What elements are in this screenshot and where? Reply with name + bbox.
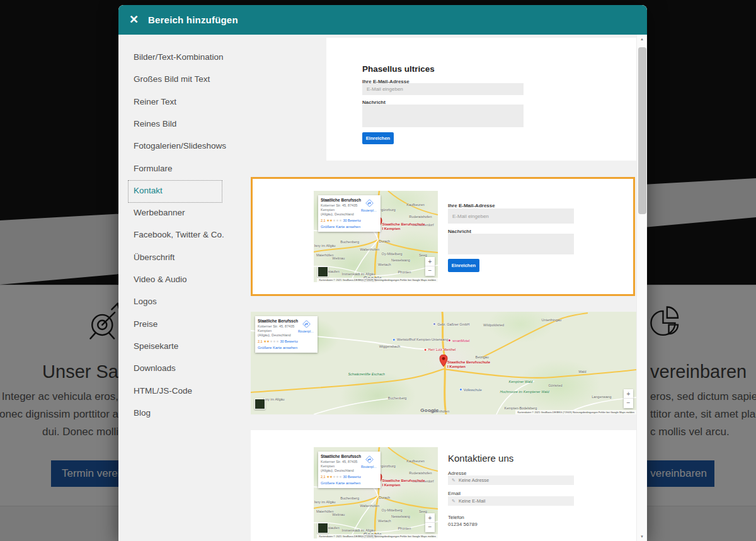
- satellite-toggle[interactable]: [318, 266, 328, 277]
- larger-map-link[interactable]: Größere Karte ansehen: [321, 481, 361, 485]
- zoom-out-button[interactable]: −: [425, 523, 435, 532]
- map-poi-pin: [424, 348, 427, 351]
- map-attribution[interactable]: Kartendaten © 2021 GeoBasis-DE/BKG (©200…: [515, 410, 636, 414]
- map-place-rating: 2,1 ★★★★★ 30 Bewertungen: [321, 475, 361, 479]
- map-town-label: Nesselwang: [391, 515, 410, 518]
- map-zoom-control: +−: [624, 389, 633, 408]
- email-input[interactable]: [448, 208, 574, 224]
- sidebar-item-downloads[interactable]: Downloads: [134, 363, 176, 376]
- map-town-label: Weitnau: [332, 256, 345, 260]
- sidebar-item-fotogalerien-slideshows[interactable]: Fotogalerien/Slideshows: [134, 141, 226, 154]
- email-input[interactable]: [362, 83, 524, 95]
- email-placeholder: Keine E-Mail: [459, 498, 486, 504]
- directions-button[interactable]: Routenplaner: [361, 198, 378, 229]
- scroll-up-arrow[interactable]: ▲: [637, 35, 647, 43]
- template-heading: Phasellus ultrices: [362, 64, 435, 74]
- zoom-in-button[interactable]: +: [425, 257, 435, 266]
- reviews-link[interactable]: 30 Bewertungen: [343, 475, 361, 479]
- email-label: Ihre E-Mail-Adresse: [448, 203, 495, 208]
- directions-button[interactable]: Routenplaner: [298, 319, 315, 350]
- map-town-label: Wiggensbach: [379, 345, 400, 348]
- map-poi-text: Volksschule: [464, 388, 482, 392]
- map-attribution[interactable]: Kartendaten © 2021 GeoBasis-DE/BKG (©200…: [317, 534, 438, 538]
- sidebar-item-reiner-text[interactable]: Reiner Text: [134, 97, 176, 110]
- reviews-link[interactable]: 30 Bewertungen: [280, 339, 298, 343]
- sidebar-item-speisekarte[interactable]: Speisekarte: [134, 341, 178, 354]
- directions-icon: [365, 455, 374, 464]
- satellite-toggle[interactable]: [255, 399, 265, 409]
- reviews-link[interactable]: 30 Bewertungen: [343, 219, 361, 222]
- submit-button[interactable]: Einreichen: [448, 259, 479, 272]
- map-marker[interactable]: [440, 355, 448, 369]
- address-placeholder: Keine Adresse: [459, 477, 489, 483]
- map-town-label: Unterthingau: [542, 318, 562, 322]
- star-icons-filled: ★★: [326, 219, 333, 222]
- sidebar-item-werbebanner[interactable]: Werbebanner: [134, 208, 185, 220]
- scrollbar-thumb[interactable]: [638, 47, 646, 214]
- template-card-contact-form[interactable]: Phasellus ultrices Ihre E-Mail-Adresse N…: [326, 38, 636, 161]
- map-poi-text: smartMotel: [452, 339, 469, 343]
- map-town-label: Buchenberg: [340, 496, 359, 500]
- directions-button[interactable]: Routenplaner: [361, 454, 378, 485]
- directions-icon: [365, 199, 374, 207]
- map-place-title: Staatliche Berufsschule I Kem...: [321, 198, 361, 202]
- google-map-preview: KaufbeurenObergünzburgRuderatshofenMarkt…: [314, 191, 438, 282]
- add-section-dialog: ✕ Bereich hinzufügen Bilder/Text-Kombina…: [118, 5, 647, 541]
- page: Unser Sa Integer ac vehicula eros, Donec…: [0, 0, 756, 541]
- map-poi-text: Gebr. Gaßner GmbH: [437, 322, 469, 326]
- google-map-preview-wide: UnterthingauWildpoldsriedWiggensbachBetz…: [251, 312, 636, 414]
- sidebar-item-formulare[interactable]: Formulare: [134, 164, 173, 176]
- sidebar-item-facebook-twitter-co-[interactable]: Facebook, Twitter & Co.: [134, 230, 224, 242]
- sidebar-item-video-audio[interactable]: Video & Audio: [134, 275, 187, 287]
- sidebar-item-kontakt[interactable]: Kontakt: [134, 186, 163, 198]
- sidebar-item-logos[interactable]: Logos: [134, 297, 157, 309]
- map-town-label: Seeg: [419, 253, 427, 257]
- map-town-label: Betzigau: [475, 355, 488, 359]
- zoom-in-button[interactable]: +: [425, 513, 435, 523]
- template-card-contact-info[interactable]: KaufbeurenObergünzburgRuderatshofenMarkt…: [251, 430, 636, 541]
- sidebar-item-überschrift[interactable]: Überschrift: [134, 253, 175, 265]
- map-poi-text: Wertstoffhof Kempten-Unterwang: [397, 338, 448, 341]
- sidebar-item-reines-bild[interactable]: Reines Bild: [134, 119, 176, 132]
- phone-value: 01234 56789: [448, 521, 478, 527]
- message-textarea[interactable]: [362, 105, 524, 127]
- larger-map-link[interactable]: Größere Karte ansehen: [258, 346, 298, 350]
- satellite-toggle[interactable]: [318, 523, 328, 533]
- address-input[interactable]: ✎Keine Adresse: [448, 476, 574, 485]
- zoom-out-button[interactable]: −: [624, 399, 633, 408]
- sidebar-item-html-js-code[interactable]: HTML/JS-Code: [134, 386, 192, 399]
- zoom-in-button[interactable]: +: [624, 389, 633, 399]
- submit-button[interactable]: Einreichen: [362, 132, 394, 144]
- map-zoom-control: +−: [425, 513, 435, 532]
- map-place-address: Kotterner Str. 45, 87435 Kempten(Allgäu)…: [321, 460, 361, 473]
- map-attribution[interactable]: Kartendaten © 2021 GeoBasis-DE/BKG (©200…: [317, 278, 438, 282]
- zoom-out-button[interactable]: −: [425, 266, 435, 276]
- template-heading: Kontaktiere uns: [448, 453, 513, 464]
- map-town-label: Buchenberg: [388, 396, 407, 400]
- map-town-label: Nesselwang: [391, 258, 410, 262]
- message-textarea[interactable]: [448, 234, 574, 254]
- map-place-title: Staatliche Berufsschule I Kem...: [321, 454, 361, 458]
- sidebar-item-bilder-text-kombination[interactable]: Bilder/Text-Kombination: [134, 52, 224, 65]
- template-card-wide-map[interactable]: UnterthingauWildpoldsriedWiggensbachBetz…: [251, 312, 636, 414]
- email-input[interactable]: ✎Keine E-Mail: [448, 496, 574, 506]
- scroll-down-arrow[interactable]: ▼: [637, 532, 647, 541]
- sidebar-item-großes-bild-mit-text[interactable]: Großes Bild mit Text: [134, 74, 210, 87]
- map-town-label: Görisried: [548, 384, 562, 387]
- google-logo[interactable]: Google: [420, 407, 438, 413]
- map-town-label: Ruderatshofen: [409, 215, 432, 219]
- map-marker-label: Staatliche BerufsschuleI Kempten: [382, 222, 425, 231]
- sidebar-item-blog[interactable]: Blog: [134, 408, 151, 421]
- close-button[interactable]: ✕: [129, 5, 139, 35]
- modal-scrollbar[interactable]: ▲ ▼: [636, 35, 647, 541]
- map-town-label: Isny im Allgäu: [263, 397, 285, 401]
- star-icons-empty: ★★★: [270, 339, 279, 343]
- dialog-header: ✕ Bereich hinzufügen: [118, 5, 647, 35]
- map-marker-label: Staatliche BerufsschuleI Kempten: [382, 479, 425, 487]
- map-town-label: Kaufbeuren: [406, 459, 424, 463]
- star-icons-filled: ★★: [263, 339, 270, 343]
- sidebar-item-preise[interactable]: Preise: [134, 319, 158, 332]
- template-card-map-form-selected[interactable]: KaufbeurenObergünzburgRuderatshofenMarkt…: [251, 177, 635, 296]
- map-poi-label: Gebr. Gaßner GmbH: [433, 322, 469, 326]
- larger-map-link[interactable]: Größere Karte ansehen: [321, 225, 361, 229]
